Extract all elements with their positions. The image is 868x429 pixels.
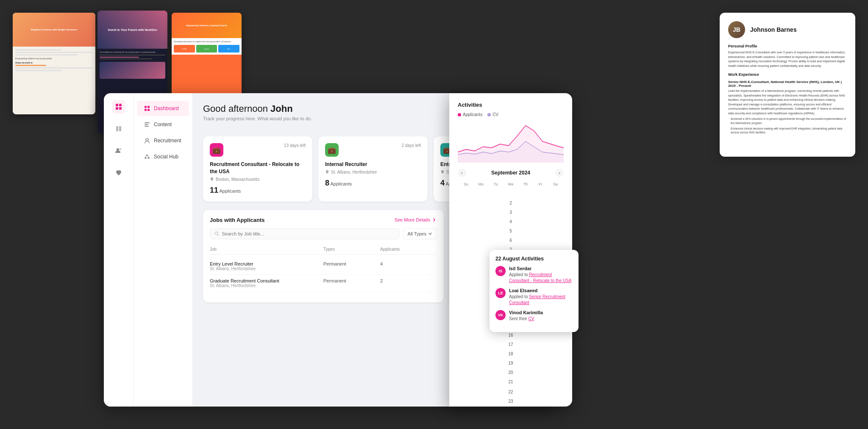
aug-avatar-vk: VK (495, 310, 506, 320)
svg-point-13 (146, 138, 148, 141)
calendar-nav: ‹ September 2024 › (458, 169, 564, 177)
cal-cell[interactable]: 19 (506, 358, 515, 368)
jobs-search-row: All Types (210, 228, 437, 239)
cal-cell[interactable]: 17 (506, 340, 515, 349)
legend-applicants: Applicants (458, 112, 482, 117)
job-location-2: St. Albans, Hertfordshire (325, 170, 421, 174)
col-applicants: Applicants (380, 247, 437, 252)
svg-point-15 (211, 178, 212, 179)
nav-social-label: Social Hub (154, 154, 178, 160)
cal-cell[interactable]: 20 (506, 368, 515, 377)
subtitle: Track your progress here. What would you… (203, 116, 312, 121)
next-month-button[interactable]: › (555, 169, 564, 177)
aug-avatar-le: LE (495, 288, 506, 298)
jobs-search-field[interactable] (210, 228, 400, 239)
cv-name: Johnson Barnes (750, 26, 797, 33)
thumb1-line (15, 70, 62, 71)
thumb1-line (15, 49, 62, 50)
svg-rect-3 (119, 107, 122, 110)
nav-recruitment-label: Recruitment (154, 138, 181, 144)
table-header: Job Types Applicants (210, 244, 437, 255)
sidebar-icon-users[interactable] (112, 144, 125, 158)
cal-cell[interactable]: 4 (506, 217, 515, 226)
svg-rect-9 (147, 109, 150, 111)
cal-day-th: Th (518, 182, 533, 186)
nav-item-recruitment[interactable]: Recruitment (137, 133, 189, 148)
dashboard-icon (144, 105, 150, 112)
svg-rect-11 (145, 124, 148, 125)
cv-work-desc: Lead the implementation of a telemedicin… (728, 89, 847, 116)
aug-avatar-is: IS (495, 266, 506, 276)
job-icon-2: 💼 (325, 143, 339, 157)
aug-item-content-1: Isil Serdar Applied to Recruitment Consu… (509, 266, 573, 284)
job-card-2-top: 💼 2 days left (325, 143, 421, 157)
job-card-2[interactable]: 💼 2 days left Internal Recruiter St. Alb… (318, 136, 428, 202)
activities-header: Activities (458, 102, 564, 108)
nav-item-dashboard[interactable]: Dashboard (137, 101, 189, 116)
aug-item-content-2: Loai Elsaeed Applied to Senior Recruitme… (509, 288, 573, 306)
days-left-2: 2 days left (401, 143, 421, 148)
cal-cell[interactable]: 21 (506, 377, 515, 386)
thumb2-sub: Committed to nurturing the next generati… (100, 51, 165, 53)
svg-point-17 (442, 171, 443, 172)
thumb2-hero: Invest In Your Future with NextGen (97, 11, 167, 49)
aug-link-3[interactable]: CV (529, 316, 534, 321)
cal-cell[interactable]: 24 (506, 406, 515, 407)
thumb1-line (15, 52, 93, 53)
svg-rect-12 (145, 126, 149, 127)
sidebar-icon-heart[interactable] (112, 166, 125, 180)
cal-cell[interactable]: 6 (506, 235, 515, 245)
left-nav: Dashboard Content Recruitment Social Hub (134, 93, 193, 407)
social-hub-icon (144, 153, 150, 160)
thumbnail-bright-horizons: Brighten Futures with Bright Horizons Em… (13, 13, 95, 114)
table-row: Graduate Recruitment Consultant St. Alba… (210, 275, 437, 292)
svg-rect-0 (116, 104, 118, 106)
chart-legend: Applicants CV (458, 112, 564, 117)
legend-dot-purple (487, 113, 491, 116)
prev-month-button[interactable]: ‹ (458, 169, 466, 177)
jobs-table-see-more[interactable]: See More Details (395, 217, 437, 222)
legend-cv: CV (487, 112, 498, 117)
svg-rect-8 (145, 109, 147, 111)
calendar-header-row: Su Mo Tu We Th Fr Sa (459, 182, 563, 186)
aug-desc-1: Applied to Recruitment Consultant - Relo… (509, 272, 573, 284)
cal-cell[interactable]: 2 (506, 198, 515, 208)
cal-cell[interactable]: 23 (506, 396, 515, 406)
thumb1-section: Areas we work in (15, 61, 93, 64)
cal-cell[interactable]: 5 (506, 226, 515, 235)
type-filter-select[interactable]: All Types (403, 228, 437, 239)
row2-job: Graduate Recruitment Consultant St. Alba… (210, 278, 323, 288)
thumb2-accent (100, 57, 139, 58)
content-icon (144, 121, 150, 128)
thumb2-img2 (100, 62, 165, 79)
aug-activity-item: VK Vinod Karimilla Sent their CV (495, 310, 573, 322)
thumb1-accent (15, 65, 46, 66)
cv-header: JB Johnson Barnes (728, 21, 847, 38)
thumb2-line (100, 58, 152, 59)
cal-day-mo: Mo (473, 182, 488, 186)
calendar-month: September 2024 (491, 170, 530, 176)
cal-cell[interactable]: 22 (506, 387, 515, 396)
svg-point-16 (327, 171, 328, 172)
thumb1-hero: Brighten Futures with Bright Horizons (13, 13, 95, 47)
row1-job: Entry Level Recruiter St. Albans, Hertfo… (210, 261, 323, 271)
col-job: Job (210, 247, 323, 252)
jobs-search-input[interactable] (222, 231, 395, 236)
nav-item-social-hub[interactable]: Social Hub (137, 149, 189, 164)
aug-activities-popup: 22 August Activities IS Isil Serdar Appl… (490, 250, 579, 332)
greeting-section: Good afternoon John Track your progress … (203, 103, 312, 130)
job-card-1[interactable]: 💼 13 days left Recruitment Consultant - … (203, 136, 312, 202)
thumb3-card: Social (196, 45, 217, 53)
sidebar-icon-grid[interactable] (112, 100, 125, 113)
cal-cell[interactable]: 3 (506, 208, 515, 217)
recruitment-icon (144, 137, 150, 144)
nav-item-content[interactable]: Content (137, 117, 189, 132)
sidebar-icon-book[interactable] (112, 122, 125, 136)
cal-cell[interactable]: 18 (506, 349, 515, 358)
sidebar (104, 93, 134, 407)
thumb2-img: Invest In Your Future with NextGen (97, 11, 167, 49)
cv-profile-text: Experienced NHS E-Consultant with over 5… (728, 50, 847, 68)
cv-profile-title: Personal Profile (728, 44, 847, 48)
cv-bullet-2: Enhanced clinical decision-making with i… (728, 127, 847, 135)
thumb3-hero: Empowering Teachers, Inspiring Futures (172, 13, 242, 38)
